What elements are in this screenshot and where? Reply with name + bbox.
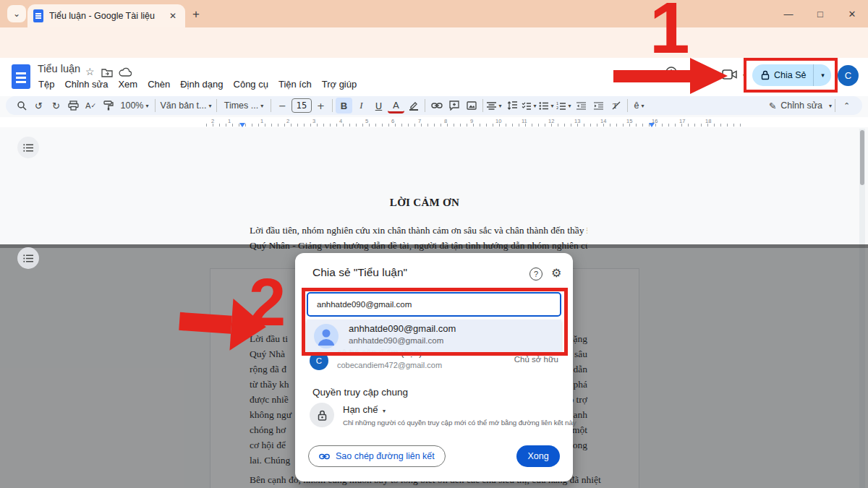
browser-tab[interactable]: Tiểu luận - Google Tài liệu ✕ xyxy=(27,4,185,27)
ruler-number: 6 xyxy=(391,118,394,124)
annotation-step-1: 1 xyxy=(650,0,690,64)
document-title[interactable]: Tiểu luận xyxy=(38,63,80,74)
toolbar: ↺ ↻ A✓ 100%▾ Văn bản t...▾ Times ...▾ − … xyxy=(6,96,862,115)
ruler-number: 1 xyxy=(260,118,263,124)
menu-cong-cu[interactable]: Công cụ xyxy=(229,77,273,91)
tab-close-icon[interactable]: ✕ xyxy=(166,9,179,22)
account-avatar[interactable]: C xyxy=(838,65,859,86)
owner-role: Chủ sở hữu xyxy=(514,355,558,364)
editing-mode-button[interactable]: ✎ Chỉnh sửa ▾ xyxy=(769,100,832,111)
insert-link-icon[interactable] xyxy=(428,98,445,114)
window-maximize-button[interactable]: □ xyxy=(804,0,836,27)
general-access-title: Quyền truy cập chung xyxy=(312,387,408,398)
outline-icon xyxy=(23,254,33,262)
zoom-select[interactable]: 100%▾ xyxy=(117,98,152,114)
chevron-down-icon: ▾ xyxy=(383,408,386,414)
restricted-lock-badge xyxy=(310,403,334,427)
menu-tep[interactable]: Tệp xyxy=(33,77,59,91)
annotation-box-email xyxy=(302,288,568,356)
spellcheck-icon[interactable]: A✓ xyxy=(82,98,99,114)
ruler-number: 9 xyxy=(470,118,473,124)
svg-text:2: 2 xyxy=(556,106,558,110)
annotation-arrow-2 xyxy=(178,295,268,353)
window-minimize-button[interactable]: — xyxy=(773,0,804,27)
insert-image-icon[interactable] xyxy=(463,98,480,114)
undo-icon[interactable]: ↺ xyxy=(30,98,47,114)
redo-icon[interactable]: ↻ xyxy=(48,98,64,114)
ruler-number: 2 xyxy=(211,118,214,124)
align-icon[interactable]: ▾ xyxy=(486,98,503,114)
font-select[interactable]: Times ...▾ xyxy=(220,98,268,114)
screen: ⌄ Tiểu luận - Google Tài liệu ✕ + — □ ✕ … xyxy=(0,0,868,488)
underline-button[interactable]: U xyxy=(370,98,387,114)
font-size-field[interactable]: 15 xyxy=(292,98,312,114)
tab-title: Tiểu luận - Google Tài liệu xyxy=(49,11,166,21)
search-icon[interactable] xyxy=(13,98,30,114)
tab-search-button[interactable]: ⌄ xyxy=(7,5,26,22)
add-comment-icon[interactable] xyxy=(446,98,462,114)
lock-icon xyxy=(318,410,327,421)
input-tools-button[interactable]: ê▾ xyxy=(631,98,647,114)
menu-tien-ich[interactable]: Tiện ích xyxy=(273,77,317,91)
horizontal-ruler[interactable]: 21123456789101112131415161718 xyxy=(0,117,868,128)
print-icon[interactable] xyxy=(65,98,82,114)
font-size-increase-button[interactable]: + xyxy=(312,98,329,114)
decrease-indent-icon[interactable] xyxy=(573,98,590,114)
new-tab-button[interactable]: + xyxy=(192,7,200,22)
ruler-number: 1 xyxy=(228,118,231,124)
increase-indent-icon[interactable] xyxy=(590,98,607,114)
help-icon[interactable]: ? xyxy=(529,267,542,281)
paragraph-style-select[interactable]: Văn bản t...▾ xyxy=(158,98,213,114)
menu-xem[interactable]: Xem xyxy=(113,77,142,91)
docs-favicon xyxy=(33,9,43,22)
ruler-number: 12 xyxy=(548,118,554,124)
url-bar: ← → ⟳ docs.google.com/document/d/1NXTX70… xyxy=(0,27,868,58)
ruler-number: 4 xyxy=(339,118,342,124)
share-dialog-title: Chia sẻ "Tiểu luận" xyxy=(312,266,407,279)
outline-button[interactable] xyxy=(17,137,39,158)
owner-email: cobecandiem472@gmail.com xyxy=(337,361,442,369)
font-size-decrease-button[interactable]: − xyxy=(274,98,291,114)
window-close-button[interactable]: ✕ xyxy=(836,0,868,27)
bulleted-list-icon[interactable]: ▾ xyxy=(538,98,555,114)
access-description: Chỉ những người có quyền truy cập mới có… xyxy=(343,419,576,427)
docs-header: Tiểu luận ☆ Tệp Chỉnh sửa Xem Chèn Định … xyxy=(0,58,868,96)
highlight-color-button[interactable] xyxy=(405,98,422,114)
scrollbar-thumb[interactable] xyxy=(860,130,864,185)
doc-line-1: Lời đầu tiên, nhóm nghiên cứu xin chân t… xyxy=(250,225,587,236)
annotation-arrow-1 xyxy=(613,58,728,94)
numbered-list-icon[interactable]: 12▾ xyxy=(556,98,572,114)
outline-button-2[interactable] xyxy=(17,247,39,269)
copy-link-button[interactable]: Sao chép đường liên kết xyxy=(308,445,446,467)
star-icon[interactable]: ☆ xyxy=(85,66,95,77)
menu-chinh-sua[interactable]: Chỉnh sửa xyxy=(59,77,113,91)
ruler-number: 5 xyxy=(365,118,368,124)
settings-gear-icon[interactable]: ⚙ xyxy=(551,266,561,280)
tab-strip: ⌄ Tiểu luận - Google Tài liệu ✕ + — □ ✕ xyxy=(0,0,868,27)
annotation-box-share xyxy=(744,58,838,93)
done-button[interactable]: Xong xyxy=(516,445,560,467)
link-icon xyxy=(319,453,330,460)
access-level-select[interactable]: Hạn chế ▾ xyxy=(343,404,386,415)
bold-button[interactable]: B xyxy=(336,98,352,114)
hide-menus-icon[interactable]: ⌃ xyxy=(838,98,855,114)
ruler-number: 2 xyxy=(286,118,289,124)
italic-button[interactable]: I xyxy=(353,98,370,114)
line-spacing-icon[interactable] xyxy=(503,98,520,114)
menu-tro-giup[interactable]: Trợ giúp xyxy=(317,77,362,91)
move-folder-icon[interactable] xyxy=(101,67,113,77)
text-color-button[interactable]: A xyxy=(388,99,404,114)
checklist-icon[interactable]: ▾ xyxy=(521,98,537,114)
doc-heading: LỜI CẢM ƠN xyxy=(210,197,639,209)
pencil-icon: ✎ xyxy=(769,100,776,111)
ruler-number: 15 xyxy=(626,118,632,124)
menu-chen[interactable]: Chèn xyxy=(142,77,175,91)
ruler-number: 10 xyxy=(495,118,501,124)
ruler-number: 18 xyxy=(705,118,711,124)
docs-logo[interactable] xyxy=(12,64,30,89)
menu-dinh-dang[interactable]: Định dạng xyxy=(175,77,228,91)
paint-format-icon[interactable] xyxy=(100,98,116,114)
cloud-status-icon[interactable] xyxy=(119,67,132,77)
clear-formatting-icon[interactable]: T xyxy=(608,98,624,114)
ruler-number: 17 xyxy=(679,118,685,124)
